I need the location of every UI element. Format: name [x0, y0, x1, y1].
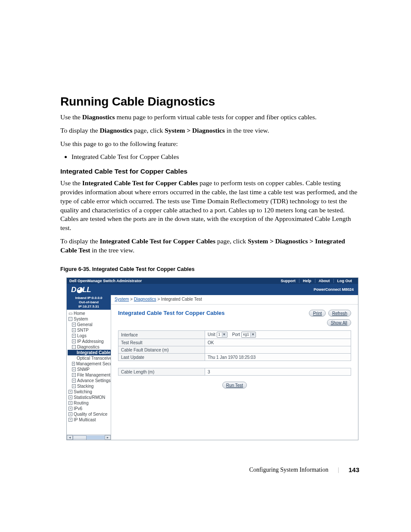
text: Use the: [60, 179, 82, 187]
cell-label: Interface: [118, 331, 205, 339]
text: Use the: [60, 113, 82, 121]
expand-icon[interactable]: +: [72, 339, 76, 343]
text-bold: Integrated Cable Test for Copper Cables: [100, 237, 215, 245]
paragraph-nav1: To display the Diagnostics page, click S…: [60, 126, 359, 135]
footer-section: Configuring System Information: [249, 467, 329, 473]
tree-label: Management Security: [76, 361, 111, 366]
run-test-button[interactable]: Run Test: [222, 382, 247, 389]
link-support[interactable]: Support: [277, 279, 299, 283]
tree-item-diagnostics[interactable]: −Diagnostics: [68, 344, 111, 350]
expand-icon[interactable]: +: [72, 323, 76, 327]
breadcrumb-diagnostics[interactable]: Diagnostics: [134, 297, 156, 302]
ip-oob: Out-of-band IP:10.27.5.31: [68, 300, 109, 309]
tree-label: Integrated Cable T: [77, 350, 111, 355]
tree-label: General: [77, 322, 93, 327]
section-heading: Integrated Cable Test for Copper Cables: [60, 168, 359, 175]
expand-icon[interactable]: +: [72, 334, 76, 338]
expand-icon[interactable]: +: [72, 373, 76, 377]
window-title: Dell OpenManage Switch Administrator: [69, 279, 277, 283]
ip-inband: Inband IP:0.0.0.0: [68, 296, 109, 300]
link-help[interactable]: Help: [299, 279, 315, 283]
tree-item-integrated-cable[interactable]: Integrated Cable T: [68, 350, 111, 355]
breadcrumb-sep: >: [156, 297, 161, 302]
label-unit: Unit: [208, 332, 215, 337]
tree-item-logs[interactable]: +Logs: [68, 333, 111, 339]
tree-item-sntp[interactable]: +SNTP: [68, 327, 111, 333]
expand-icon[interactable]: +: [68, 401, 72, 405]
expand-icon[interactable]: +: [72, 379, 76, 383]
chevron-down-icon: ▾: [250, 333, 255, 337]
expand-icon[interactable]: +: [72, 362, 75, 366]
scroll-left-icon[interactable]: ◄: [67, 435, 73, 440]
tree-item-ipv6[interactable]: +IPv6: [68, 406, 111, 411]
tree-item-stacking[interactable]: +Stacking: [68, 383, 111, 389]
product-name: PowerConnect M8024: [314, 287, 354, 292]
tree-item-system[interactable]: −System: [68, 316, 111, 322]
tree-item-switching[interactable]: +Switching: [68, 389, 111, 395]
expand-icon[interactable]: +: [72, 384, 76, 388]
link-logout[interactable]: Log Out: [333, 279, 356, 283]
tree-item-mgmt-security[interactable]: +Management Security: [68, 361, 111, 367]
cell-label: Cable Length (m): [118, 368, 205, 376]
horizontal-scrollbar[interactable]: ◄ ►: [67, 435, 111, 440]
tree-item-general[interactable]: +General: [68, 322, 111, 327]
paragraph-lead: Use this page to go to the following fea…: [60, 140, 359, 149]
refresh-button[interactable]: Refresh: [328, 310, 351, 317]
cell-label: Cable Fault Distance (m): [118, 346, 205, 354]
scroll-thumb[interactable]: [73, 436, 87, 440]
tree-item-routing[interactable]: +Routing: [68, 400, 111, 406]
collapse-icon[interactable]: −: [68, 317, 72, 321]
paragraph-nav2: To display the Integrated Cable Test for…: [60, 237, 359, 255]
port-select[interactable]: xg1▾: [241, 332, 256, 338]
table-row: Last Update Thu 1 Jan 1970 18:25:03: [118, 354, 351, 361]
tree-item-filemgmt[interactable]: +File Management: [68, 372, 111, 378]
scroll-right-icon[interactable]: ►: [105, 435, 111, 440]
nav-tree: Inband IP:0.0.0.0 Out-of-band IP:10.27.5…: [67, 295, 111, 440]
topbar-links: Support Help About Log Out: [277, 279, 355, 283]
tree-item-stats[interactable]: +Statistics/RMON: [68, 395, 111, 400]
tree-item-home[interactable]: ▭Home: [68, 311, 111, 316]
tree-label: Statistics/RMON: [74, 395, 105, 400]
tree-item-ipmulticast[interactable]: +IP Multicast: [68, 417, 111, 423]
tree-item-qos[interactable]: +Quality of Service: [68, 411, 111, 417]
tree-label: Advance Settings: [77, 378, 111, 383]
table-row: Test Result OK: [118, 339, 351, 346]
link-about[interactable]: About: [315, 279, 333, 283]
collapse-icon[interactable]: −: [72, 345, 76, 349]
tree-label: Logs: [77, 333, 87, 338]
label-port: Port: [232, 332, 240, 337]
expand-icon[interactable]: +: [68, 395, 72, 399]
tree-label: Switching: [74, 389, 92, 394]
breadcrumb-current: Integrated Cable Test: [161, 297, 202, 302]
tree-label: Diagnostics: [77, 345, 100, 349]
tree-item-ipaddressing[interactable]: +IP Addressing: [68, 339, 111, 344]
list-item: Integrated Cable Test for Copper Cables: [72, 153, 359, 161]
print-button[interactable]: Print: [309, 310, 326, 317]
text: in the tree view.: [225, 127, 269, 134]
chevron-down-icon: ▾: [222, 333, 227, 337]
breadcrumb-system[interactable]: System: [115, 297, 129, 302]
tree-label: SNMP: [77, 367, 90, 372]
scroll-track[interactable]: [73, 436, 105, 439]
expand-icon[interactable]: +: [68, 407, 72, 411]
tree-label: IPv6: [74, 406, 82, 411]
tree-label: Stacking: [77, 384, 93, 389]
tree-item-optical[interactable]: Optical Transceiver: [68, 355, 111, 361]
expand-icon[interactable]: +: [68, 412, 72, 416]
expand-icon[interactable]: +: [68, 390, 72, 394]
port-select-value: xg1: [243, 332, 249, 336]
text: page, click: [132, 127, 165, 134]
tree-label: Quality of Service: [74, 412, 107, 417]
cell-label: Test Result: [118, 339, 205, 346]
show-all-button[interactable]: Show All: [327, 319, 351, 326]
tree-label: Routing: [74, 401, 88, 405]
footer-page-number: 143: [349, 466, 359, 473]
expand-icon[interactable]: +: [68, 418, 72, 422]
tree-item-snmp[interactable]: +SNMP: [68, 367, 111, 372]
footer-separator: |: [338, 467, 339, 473]
expand-icon[interactable]: +: [72, 367, 76, 371]
unit-select[interactable]: 1▾: [217, 332, 227, 338]
expand-icon[interactable]: +: [72, 328, 76, 332]
cell-value: [205, 346, 351, 354]
tree-item-advsettings[interactable]: +Advance Settings: [68, 378, 111, 383]
